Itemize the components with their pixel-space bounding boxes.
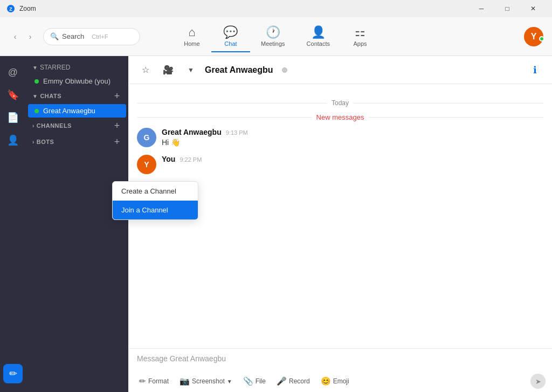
dropdown-menu: Create a Channel Join a Channel [112, 181, 198, 220]
message-sender: You [162, 155, 175, 163]
screenshot-chevron: ▼ [227, 379, 232, 384]
info-button[interactable]: ℹ [526, 61, 543, 79]
search-bar[interactable]: 🔍 Search Ctrl+F [43, 28, 140, 45]
nav-item-contacts[interactable]: 👤 Contacts [296, 21, 341, 52]
chat-header: ☆ 🎥 ▼ Great Anwaegbu ℹ [128, 56, 552, 84]
chats-label: CHATS [40, 93, 61, 99]
chevron-down-header-button[interactable]: ▼ [182, 61, 199, 79]
record-button[interactable]: 🎤 Record [272, 374, 314, 388]
message-text: Hi 👋 [162, 137, 543, 148]
format-icon: ✏ [139, 376, 146, 386]
message-row: G Great Anwaegbu 9:13 PM Hi 👋 [137, 128, 543, 148]
emoji-button[interactable]: 😊 Emoji [316, 374, 354, 388]
contact-status-dot [282, 67, 287, 73]
sidebar-icon-mention[interactable]: @ [3, 63, 23, 82]
bots-section-header[interactable]: › BOTS + [26, 134, 128, 150]
starred-label: STARRED [40, 64, 70, 71]
send-button[interactable]: ➤ [530, 374, 546, 389]
self-avatar: Y [137, 155, 156, 174]
emoji-icon: 😊 [321, 376, 331, 386]
search-label: Search [62, 32, 84, 40]
channels-section-header[interactable]: › CHANNELS + [26, 118, 128, 134]
chat-toolbar: ✏ Format 📷 Screenshot ▼ 📎 File 🎤 Record [128, 370, 552, 392]
title-bar: Z Zoom ─ □ ✕ [0, 0, 552, 17]
nav-item-home[interactable]: ⌂ Home [172, 21, 211, 52]
nav-item-meetings[interactable]: 🕐 Meetings [250, 21, 296, 52]
add-chat-button[interactable]: + [112, 91, 122, 101]
sender-avatar: G [137, 128, 156, 147]
channels-label: CHANNELS [37, 122, 72, 129]
chat-input[interactable]: Message Great Anwaegbu [128, 349, 552, 370]
chat-input-area: Message Great Anwaegbu ✏ Format 📷 Screen… [128, 348, 552, 392]
search-shortcut: Ctrl+F [92, 33, 108, 40]
new-messages-divider: New messages [137, 113, 543, 121]
emmy-label: Emmy Obiwube (you) [43, 77, 111, 85]
svg-text:Z: Z [9, 6, 12, 12]
nav-item-apps[interactable]: ⚏ Apps [341, 21, 380, 52]
dropdown-item-join[interactable]: Join a Channel [113, 201, 198, 219]
sidebar-item-emmy[interactable]: Emmy Obiwube (you) [28, 74, 126, 88]
message-sender: Great Anwaegbu [162, 128, 222, 136]
chat-icon: 💬 [223, 25, 238, 39]
bots-label: BOTS [37, 139, 54, 145]
nav-bar: ‹ › 🔍 Search Ctrl+F ⌂ Home 💬 Chat 🕐 Meet… [0, 17, 552, 56]
close-button[interactable]: ✕ [521, 0, 546, 17]
online-dot [34, 79, 39, 84]
nav-item-chat[interactable]: 💬 Chat [211, 21, 250, 52]
main-layout: @ 🔖 📄 👤 ✏ ▼ STARRED Emmy Obiwube (you) ▼… [0, 56, 552, 392]
maximize-button[interactable]: □ [495, 0, 520, 17]
meetings-icon: 🕐 [266, 25, 280, 39]
window-controls: ─ □ ✕ [469, 0, 546, 17]
star-button[interactable]: ☆ [137, 61, 154, 79]
new-messages-label: New messages [316, 113, 364, 121]
record-icon: 🎤 [277, 376, 287, 386]
file-button[interactable]: 📎 File [239, 374, 270, 388]
date-text: Today [332, 99, 349, 107]
message-content: Great Anwaegbu 9:13 PM Hi 👋 [162, 128, 543, 148]
starred-section-header[interactable]: ▼ STARRED [26, 60, 128, 74]
app-title: Zoom [19, 5, 36, 12]
app-logo: Z [6, 4, 15, 13]
sidebar-icon-person[interactable]: 👤 [3, 130, 23, 150]
search-icon: 🔍 [50, 32, 59, 40]
apps-icon: ⚏ [355, 25, 365, 39]
message-time: 9:22 PM [180, 156, 202, 163]
back-button[interactable]: ‹ [9, 30, 22, 43]
video-button[interactable]: 🎥 [160, 61, 177, 79]
date-divider: Today [137, 99, 543, 107]
nav-navigation: ‹ › [9, 30, 37, 43]
sidebar-icon-bookmark[interactable]: 🔖 [3, 85, 23, 105]
add-channel-button[interactable]: + [112, 121, 122, 130]
screenshot-button[interactable]: 📷 Screenshot ▼ [175, 374, 237, 388]
file-icon: 📎 [243, 376, 253, 386]
home-icon: ⌂ [188, 25, 195, 39]
avatar-online-dot [539, 36, 544, 42]
chevron-right-icon-channels: › [32, 123, 34, 129]
sidebar-icon-compose[interactable]: ✏ [3, 364, 23, 383]
format-button[interactable]: ✏ Format [135, 374, 173, 388]
chevron-down-icon: ▼ [32, 65, 38, 71]
chevron-right-icon-bots: › [32, 139, 34, 145]
chat-contact-name: Great Anwaegbu [205, 65, 273, 75]
add-bot-button[interactable]: + [112, 137, 122, 147]
chats-section-header[interactable]: ▼ CHATS + [26, 88, 128, 104]
contacts-icon: 👤 [311, 25, 326, 39]
nav-items: ⌂ Home 💬 Chat 🕐 Meetings 👤 Contacts ⚏ Ap… [172, 21, 380, 52]
message-row: Y You 9:22 PM [137, 155, 543, 174]
message-content: You 9:22 PM [162, 155, 543, 174]
sidebar-nav: ▼ STARRED Emmy Obiwube (you) ▼ CHATS + G… [26, 56, 128, 392]
great-label: Great Anwaegbu [43, 107, 95, 115]
dropdown-item-create[interactable]: Create a Channel [113, 182, 198, 201]
online-dot-great [34, 109, 39, 113]
sidebar-item-great[interactable]: Great Anwaegbu [28, 104, 126, 118]
chevron-right-icon: ▼ [32, 93, 38, 99]
sidebar-icon-file[interactable]: 📄 [3, 108, 23, 127]
minimize-button[interactable]: ─ [469, 0, 494, 17]
screenshot-icon: 📷 [180, 376, 190, 386]
message-time: 9:13 PM [226, 129, 248, 136]
sidebar-icons: @ 🔖 📄 👤 ✏ [0, 56, 26, 392]
forward-button[interactable]: › [24, 30, 37, 43]
chat-area: ☆ 🎥 ▼ Great Anwaegbu ℹ Today New message… [128, 56, 552, 392]
